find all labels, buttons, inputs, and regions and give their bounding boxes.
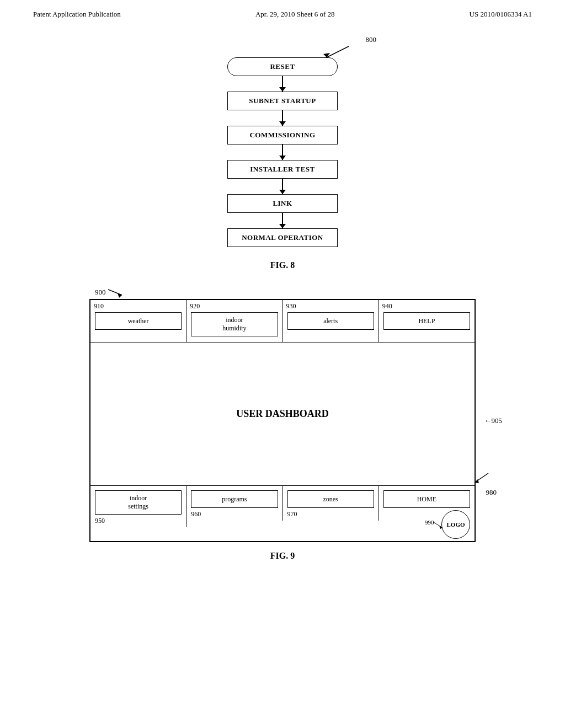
ref-905-container: ←905 (484, 416, 503, 425)
tab-910-num: 910 (94, 302, 104, 311)
header-left: Patent Application Publication (33, 10, 121, 19)
ref-990: 990 (425, 519, 434, 526)
ref-800: 800 (366, 35, 377, 44)
flow-box-link: LINK (227, 194, 338, 213)
tab-940-num: 940 (382, 302, 392, 311)
dashboard-label: USER DASHBOARD (236, 408, 329, 420)
tab-920-num: 920 (190, 302, 200, 311)
tab-930-label: alerts (323, 317, 338, 325)
tab-950-label: indoor settings (128, 494, 148, 511)
ref-900: 900 (95, 288, 106, 297)
arrow-5 (282, 213, 283, 228)
fig8-container: 800 810 RESET 820 S (33, 41, 532, 270)
ref-900-arrow (108, 287, 125, 298)
bottom-tabs-row: indoor settings 950 programs 960 (90, 486, 475, 541)
tab-910-label: weather (128, 317, 149, 325)
fig8-caption: FIG. 8 (270, 260, 295, 270)
flow-box-installer: INSTALLER TEST (227, 160, 338, 179)
header-right: US 2010/0106334 A1 (470, 10, 532, 19)
logo-circle: LOGO (441, 510, 470, 539)
logo-label: LOGO (446, 521, 465, 528)
tab-930-box[interactable]: alerts (287, 312, 374, 330)
tab-930-num: 930 (286, 302, 296, 311)
tab-970-label: zones (323, 495, 338, 504)
tab-950[interactable]: indoor settings 950 (90, 486, 186, 527)
dashboard-area: USER DASHBOARD (90, 342, 475, 486)
ref-905: 905 (492, 416, 503, 425)
header-middle: Apr. 29, 2010 Sheet 6 of 28 (255, 10, 335, 19)
tab-980-box[interactable]: HOME (383, 490, 470, 508)
tab-960-label: programs (222, 495, 247, 504)
fig9-main-box: ←905 910 weather 920 indoor humidity (89, 299, 476, 542)
svg-marker-1 (323, 53, 330, 57)
tab-950-box[interactable]: indoor settings (95, 490, 182, 515)
tab-920-box[interactable]: indoor humidity (191, 312, 278, 336)
tab-980[interactable]: HOME 990 (379, 486, 475, 541)
fig9-caption: FIG. 9 (270, 551, 295, 561)
tab-970-num: 970 (287, 510, 374, 518)
ref-990-arrow (434, 521, 445, 530)
flow-box-reset: RESET (227, 57, 338, 76)
fig9-wrapper: 900 ←905 910 weather (89, 287, 476, 542)
tab-910-box[interactable]: weather (95, 312, 182, 330)
tab-960[interactable]: programs 960 (186, 486, 282, 521)
tab-930[interactable]: 930 alerts (283, 300, 379, 342)
arrow-1 (282, 76, 283, 92)
ref-900-container: 900 (95, 287, 476, 298)
top-tabs-row: 910 weather 920 indoor humidity 930 (90, 300, 475, 342)
tab-920[interactable]: 920 indoor humidity (186, 300, 282, 342)
tab-940-box[interactable]: HELP (383, 312, 470, 330)
ref-980-external: 980 (486, 488, 497, 497)
tab-960-box[interactable]: programs (191, 490, 278, 508)
svg-line-5 (108, 290, 122, 295)
svg-line-0 (327, 46, 349, 57)
flow-box-commissioning: COMMISSIONING (227, 126, 338, 144)
tab-970[interactable]: zones 970 (283, 486, 379, 521)
flow-box-normal: NORMAL OPERATION (227, 228, 338, 247)
tab-980-label: HOME (417, 495, 436, 504)
arrow-3 (282, 144, 283, 160)
tab-960-num: 960 (191, 510, 278, 518)
tab-920-label: indoor humidity (222, 316, 246, 333)
patent-header: Patent Application Publication Apr. 29, … (0, 0, 565, 24)
bottom-section: indoor settings 950 programs 960 (90, 486, 475, 541)
tab-940-label: HELP (418, 317, 435, 325)
tab-970-box[interactable]: zones (287, 490, 374, 508)
ref-980-arrow (469, 470, 491, 487)
tab-950-num: 950 (95, 517, 182, 525)
tab-910[interactable]: 910 weather (90, 300, 186, 342)
arrow-4 (282, 179, 283, 194)
arrow-2 (282, 110, 283, 126)
fig9-container: 900 ←905 910 weather (33, 287, 532, 561)
flow-box-subnet: SUBNET STARTUP (227, 92, 338, 110)
tab-940[interactable]: 940 HELP (379, 300, 475, 342)
